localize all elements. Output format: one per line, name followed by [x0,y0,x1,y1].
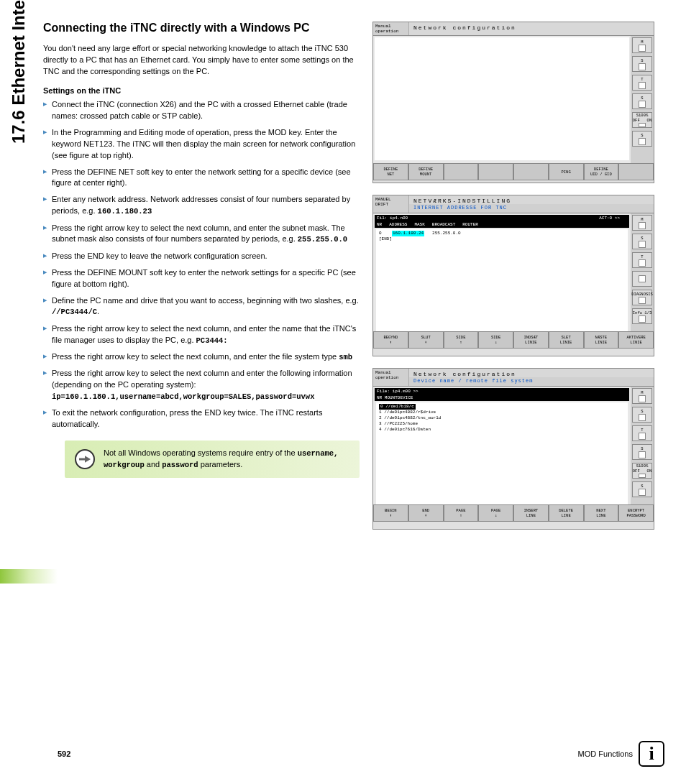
softkey[interactable] [513,163,549,180]
softkey[interactable]: INSERT LINE [513,504,549,522]
shot3-subtitle: Device name / remote file system [409,377,654,386]
softkey[interactable]: PAGE ⇓ [478,504,513,522]
side-button[interactable]: S [632,93,652,109]
softkey[interactable] [618,163,654,180]
shot2-subtitle: INTERNET ADDRESSE FOR TNC [409,204,654,213]
side-button[interactable]: T [632,252,652,268]
footer-label: MOD Functions [578,750,633,758]
page-color-tab [0,569,58,584]
info-icon: i [639,741,664,767]
mount-row: 2 //de01pc4882/tnc_world [379,415,625,421]
side-button[interactable]: S [632,481,652,497]
note-text: Not all Windows operating systems requir… [104,448,349,471]
softkey[interactable]: SLUT ⬇ [408,331,444,349]
side-button[interactable]: S [632,407,652,423]
arrow-icon [75,449,95,469]
page-heading: Connecting the iTNC directly with a Wind… [43,22,360,34]
intro-paragraph: You don't need any large effort or speci… [43,43,360,78]
softkey[interactable]: END ⬇ [408,504,444,522]
screenshot-1: Manual operation Network configuration M… [372,22,654,183]
softkey[interactable]: SIDE ⇑ [444,331,479,349]
instruction-step: Press the DEFINE NET soft key to enter t… [43,167,360,190]
side-button[interactable]: Info 1/3 [632,308,652,324]
softkey[interactable]: NEXT LINE [584,504,619,522]
side-button[interactable]: S [632,444,652,460]
instruction-step: Press the END key to leave the network c… [43,251,360,262]
softkey[interactable] [444,163,479,180]
softkey[interactable]: ENCRYPT PASSWORD [618,504,654,522]
mount-row: 3 //PC2225/home [379,421,625,427]
instruction-list: Connect the iTNC (connection X26) and th… [43,99,360,430]
side-button[interactable]: M [632,388,652,404]
mount-row: 1 //de01pc4882/r$drive [379,410,625,415]
side-button[interactable]: S [632,234,652,249]
instruction-step: Press the DEFINE MOUNT soft key to enter… [43,267,360,290]
instruction-step: Enter any network address. Network addre… [43,194,360,217]
instruction-step: In the Programming and Editing mode of o… [43,127,360,162]
softkey[interactable]: BEGYND ⬆ [373,331,408,349]
softkey[interactable]: BEGIN ⬆ [373,504,408,522]
softkey[interactable]: INDSÆT LINIE [513,331,549,349]
side-button[interactable]: S [632,56,652,72]
page-number: 592 [58,750,70,758]
section-side-title: 17.6 Ethernet Interface [9,0,29,144]
shot3-mode: Manual operation [373,369,409,386]
softkey[interactable]: DELETE LINE [549,504,584,522]
mount-row: 4 //de01pc7616/Daten [379,427,625,433]
softkey[interactable]: AKTIVERE LINIE [618,331,654,349]
shot2-title: NETVÆRKS-INDSTILLING [409,195,654,204]
instruction-step: Press the right arrow key to select the … [43,323,360,346]
softkey[interactable]: NÆSTE LINIE [584,331,619,349]
side-button[interactable]: S100% OFF ON [632,112,652,128]
softkey[interactable]: PING [549,163,584,180]
shot1-mode: Manual operation [373,22,409,35]
shot1-title: Network configuration [409,22,654,35]
side-button[interactable] [632,271,652,287]
shot2-mode: MANUEL DRIFT [373,195,409,213]
note-box: Not all Windows operating systems requir… [65,441,360,478]
instruction-step: Connect the iTNC (connection X26) and th… [43,99,360,122]
softkey[interactable] [478,163,513,180]
softkey[interactable]: DEFINE MOUNT [408,163,444,180]
instruction-step: Press the right arrow key to select the … [43,368,360,402]
instruction-step: Press the right arrow key to select the … [43,223,360,246]
side-button[interactable]: T [632,75,652,91]
side-button[interactable]: M [632,215,652,231]
screenshot-2: MANUEL DRIFT NETVÆRKS-INDSTILLING INTERN… [372,195,654,356]
side-button[interactable]: DIAGNOSIS [632,290,652,305]
shot2-row: 0 160.1.180.24 255.255.0.0 [379,231,625,236]
instruction-step: Press the right arrow key to select the … [43,351,360,363]
softkey[interactable]: SLET LINIE [549,331,584,349]
subheading: Settings on the iTNC [43,86,360,95]
softkey[interactable]: PAGE ⇑ [444,504,479,522]
softkey[interactable]: DEFINE UID / GID [584,163,619,180]
shot3-title: Network configuration [409,369,654,377]
side-button[interactable]: S100% OFF ON [632,463,652,479]
side-button[interactable]: T [632,425,652,441]
softkey[interactable]: DEFINE NET [373,163,408,180]
shot2-end: [END] [379,236,625,242]
instruction-step: Define the PC name and drive that you wa… [43,295,360,318]
side-button[interactable]: S [632,131,652,147]
side-button[interactable]: M [632,37,652,53]
mount-row: 0 //de17b18/c [379,404,625,410]
instruction-step: To exit the network configuration, press… [43,407,360,430]
softkey[interactable]: SIDE ⇓ [478,331,513,349]
screenshot-3: Manual operation Network configuration D… [372,368,654,530]
